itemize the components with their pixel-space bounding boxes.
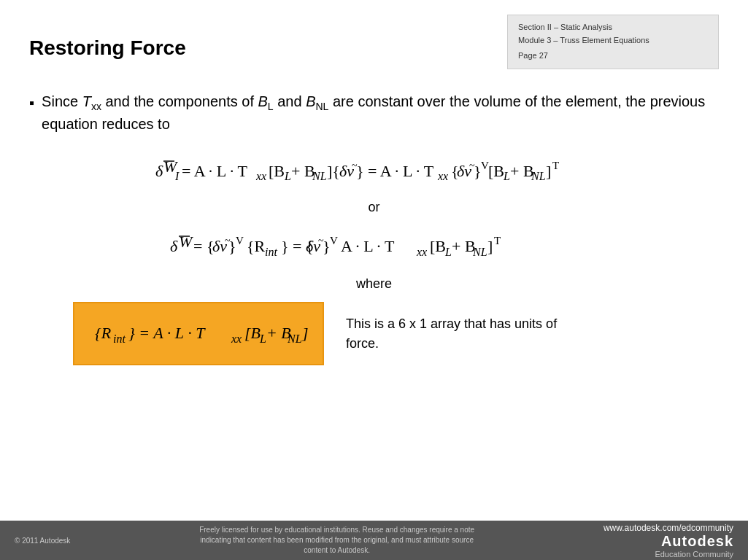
title-area: Restoring Force (29, 15, 507, 60)
or-label: or (29, 200, 719, 215)
svg-text:[B: [B (488, 162, 504, 180)
svg-text:V: V (236, 235, 244, 246)
header-row: Restoring Force Section II – Static Anal… (29, 15, 719, 69)
svg-text:T: T (552, 160, 559, 171)
highlight-row: {R int } = A · L · T xx [B L + B NL ] T … (73, 302, 719, 365)
svg-text:} = A · L · T: } = A · L · T (128, 324, 206, 342)
svg-text:]: ] (301, 324, 308, 342)
content-area: ▪ Since Txx and the components of BL and… (29, 91, 719, 366)
array-description: This is a 6 x 1 array that has units of … (346, 314, 565, 354)
svg-text:+ B: + B (510, 162, 534, 180)
highlight-box: {R int } = A · L · T xx [B L + B NL ] T (73, 302, 324, 365)
svg-text:]{: ]{ (327, 162, 340, 180)
footer-license: Freely licensed for use by educational i… (198, 525, 476, 556)
highlight-equation-svg: {R int } = A · L · T xx [B L + B NL ] T (89, 312, 308, 351)
footer-copyright: © 2011 Autodesk (15, 537, 70, 545)
slide-title: Restoring Force (29, 36, 507, 60)
footer-brand: www.autodesk.com/edcommunity Autodesk Ed… (604, 523, 733, 559)
svg-text:NL: NL (531, 170, 546, 182)
svg-text:I: I (174, 170, 180, 182)
svg-text:xx: xx (416, 246, 427, 258)
equation2-svg: δ W = { δv ~ } V {R int } = { δv ~ } V A… (163, 222, 586, 269)
svg-text:xx: xx (255, 170, 266, 182)
section-line2: Module 3 – Truss Element Equations (518, 34, 708, 47)
svg-text:}: } (323, 237, 331, 255)
footer: © 2011 Autodesk Freely licensed for use … (0, 521, 748, 560)
svg-text:]: ] (487, 237, 493, 255)
svg-text:W: W (179, 233, 193, 251)
where-label: where (29, 276, 719, 292)
svg-text:L: L (259, 332, 266, 345)
section-line1: Section II – Static Analysis (518, 21, 708, 34)
svg-text:{R: {R (95, 324, 112, 342)
svg-text:δ: δ (170, 237, 178, 255)
footer-website[interactable]: www.autodesk.com/edcommunity (604, 523, 733, 533)
svg-text:xx: xx (437, 170, 448, 182)
svg-text:NL: NL (472, 246, 487, 258)
svg-text:}: } (474, 162, 482, 180)
svg-text:NL: NL (287, 332, 302, 345)
svg-text:A · L · T: A · L · T (341, 237, 395, 255)
svg-text:int: int (265, 246, 277, 258)
svg-text:V: V (330, 235, 338, 246)
svg-text:L: L (444, 246, 452, 258)
svg-text:L: L (284, 170, 291, 182)
section-box: Section II – Static Analysis Module 3 – … (507, 15, 719, 69)
svg-text:} = A · L · T: } = A · L · T (356, 162, 434, 180)
svg-text:T: T (494, 235, 501, 246)
svg-text:L: L (503, 170, 510, 182)
svg-text:xx: xx (231, 332, 242, 345)
svg-text:= A · L · T: = A · L · T (182, 162, 248, 180)
bullet-paragraph: ▪ Since Txx and the components of BL and… (29, 91, 719, 135)
svg-text:+ B: + B (452, 237, 476, 255)
svg-text:{R: {R (247, 237, 266, 255)
svg-text:+ B: + B (291, 162, 315, 180)
svg-text:= {: = { (193, 237, 214, 255)
autodesk-logo: Autodesk (661, 533, 733, 550)
svg-text:δ: δ (155, 162, 163, 180)
bullet-content: Since Txx and the components of BL and B… (42, 91, 719, 135)
svg-text:[B: [B (269, 162, 285, 180)
education-community-label: Education Community (655, 550, 733, 559)
equation2-container: δ W = { δv ~ } V {R int } = { δv ~ } V A… (29, 222, 719, 269)
svg-text:NL: NL (312, 170, 327, 182)
equation1-container: δ W I = A · L · T xx [B L + B NL ]{ δv ~… (29, 149, 719, 192)
svg-text:[B: [B (244, 324, 261, 342)
svg-text:[B: [B (430, 237, 446, 255)
bullet-icon: ▪ (29, 93, 34, 113)
svg-text:int: int (113, 332, 126, 345)
svg-text:]: ] (546, 162, 551, 180)
equation1-svg: δ W I = A · L · T xx [B L + B NL ]{ δv ~… (148, 149, 601, 192)
slide-container: Restoring Force Section II – Static Anal… (0, 0, 748, 560)
section-line3: Page 27 (518, 50, 708, 63)
svg-text:}: } (228, 237, 236, 255)
